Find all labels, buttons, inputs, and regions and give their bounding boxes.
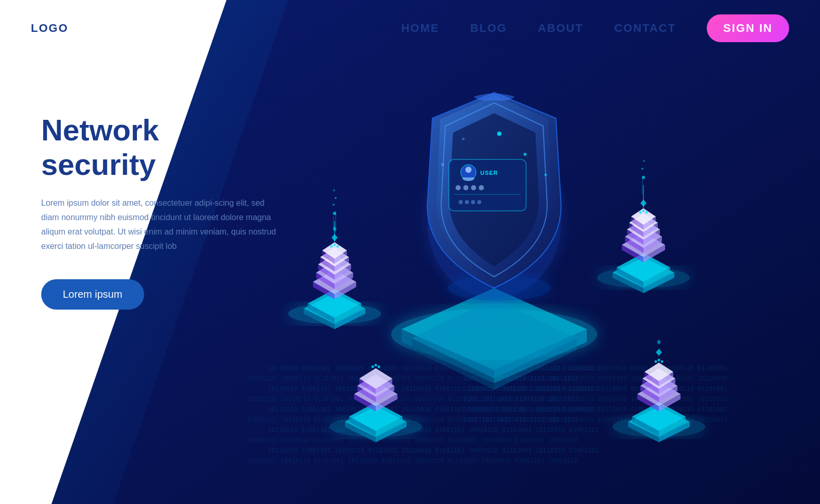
hero-description: Lorem ipsum dolor sit amet, consectetuer… xyxy=(41,196,278,254)
logo[interactable]: LOGO xyxy=(31,22,68,35)
svg-text:01001101 10010110 01101001 101: 01001101 10010110 01101001 10110010 0100… xyxy=(463,395,727,403)
hero-title: Network security xyxy=(41,113,278,182)
svg-point-79 xyxy=(642,176,645,179)
svg-point-125 xyxy=(378,366,380,368)
svg-point-152 xyxy=(462,138,465,140)
svg-point-142 xyxy=(479,185,484,190)
navbar: LOGO HOME BLOG ABOUT CONTACT SIGN IN xyxy=(0,0,820,57)
svg-point-123 xyxy=(372,366,374,368)
svg-point-47 xyxy=(333,204,335,206)
svg-point-41 xyxy=(334,244,336,246)
signin-button[interactable]: SIGN IN xyxy=(707,14,789,42)
svg-point-80 xyxy=(641,168,643,170)
svg-point-81 xyxy=(643,160,645,162)
svg-point-104 xyxy=(661,361,664,363)
nav-home[interactable]: HOME xyxy=(401,22,439,35)
svg-point-137 xyxy=(465,167,472,173)
svg-point-102 xyxy=(655,361,657,363)
svg-point-139 xyxy=(456,185,461,190)
svg-point-46 xyxy=(333,212,336,215)
svg-point-75 xyxy=(642,210,645,212)
svg-point-145 xyxy=(465,200,469,204)
svg-point-124 xyxy=(375,364,377,367)
svg-point-103 xyxy=(658,359,660,362)
cta-button[interactable]: Lorem ipsum xyxy=(41,279,144,310)
svg-text:01001101 10010110 01101001 101: 01001101 10010110 01101001 10110010 0100… xyxy=(247,437,578,444)
svg-point-141 xyxy=(471,185,476,190)
svg-text:10110010 01001101 10010110 011: 10110010 01001101 10010110 01101001 1011… xyxy=(463,406,727,413)
nav-links: HOME BLOG ABOUT CONTACT SIGN IN xyxy=(401,14,789,42)
svg-point-148 xyxy=(497,132,501,136)
svg-text:USER: USER xyxy=(480,170,498,176)
svg-text:10110010 01001101 10010110 011: 10110010 01001101 10010110 01101001 1011… xyxy=(268,447,599,454)
svg-point-146 xyxy=(471,200,475,204)
hero-section: Network security Lorem ipsum dolor sit a… xyxy=(41,113,278,310)
svg-point-151 xyxy=(441,163,444,166)
svg-point-74 xyxy=(639,211,642,214)
svg-point-144 xyxy=(459,200,463,204)
svg-point-40 xyxy=(330,245,333,248)
nav-about[interactable]: ABOUT xyxy=(538,22,583,35)
svg-point-147 xyxy=(477,200,481,204)
svg-point-150 xyxy=(545,174,547,176)
nav-contact[interactable]: CONTACT xyxy=(614,22,676,35)
svg-point-76 xyxy=(645,211,648,214)
svg-point-48 xyxy=(335,197,337,199)
svg-point-140 xyxy=(463,185,468,190)
svg-text:01001101 10010110 01101001 101: 01001101 10010110 01101001 10110010 0100… xyxy=(247,457,578,464)
svg-point-149 xyxy=(524,153,527,156)
nav-blog[interactable]: BLOG xyxy=(470,22,507,35)
svg-point-42 xyxy=(337,245,339,248)
svg-text:10110010 01001101 10010110 011: 10110010 01001101 10010110 01101001 1011… xyxy=(463,385,727,392)
svg-text:10110010 01001101 10010110 011: 10110010 01001101 10010110 01101001 1011… xyxy=(268,426,599,434)
svg-point-49 xyxy=(333,189,335,191)
